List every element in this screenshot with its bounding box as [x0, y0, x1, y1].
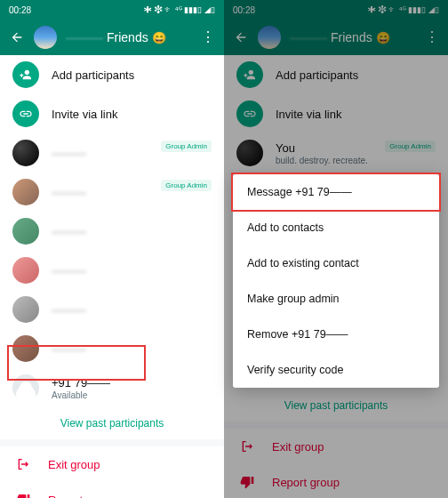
svg-point-1 [249, 70, 253, 75]
status-icons: ✱ ✽ ᯤ ⁴ᴳ ▮▮▮▯ ◢▯ [144, 5, 215, 14]
right-panel: 00:28 ✱ ✽ ᯤ ⁴ᴳ ▮▮▮▯ ◢▯ ——— Friends 😄 ⋮ A… [224, 0, 448, 498]
participant-row[interactable]: ——— [0, 290, 224, 329]
phone-status: Available [52, 390, 212, 400]
participant-context-menu: Message +91 79—— Add to contacts Add to … [233, 174, 439, 388]
exit-group-button[interactable]: Exit group [0, 446, 224, 482]
participant-row[interactable]: ——— Group Admin [0, 173, 224, 212]
more-icon[interactable]: ⋮ [425, 30, 439, 44]
status-bar: 00:28 ✱ ✽ ᯤ ⁴ᴳ ▮▮▮▯ ◢▯ [224, 0, 448, 20]
menu-make-admin[interactable]: Make group admin [233, 281, 439, 317]
invite-link-button[interactable]: Invite via link [0, 94, 224, 133]
thumbs-down-icon [14, 493, 32, 498]
participant-row[interactable]: ——— [0, 251, 224, 290]
link-icon [12, 100, 39, 127]
back-icon[interactable] [9, 29, 25, 45]
group-title[interactable]: ——— Friends 😄 [290, 30, 416, 44]
admin-badge: Group Admin [385, 141, 436, 152]
group-header: ——— Friends 😄 ⋮ [0, 20, 224, 55]
add-person-icon [236, 61, 263, 88]
back-icon[interactable] [233, 29, 249, 45]
participant-you-row[interactable]: You build. destroy. recreate. Group Admi… [224, 133, 448, 173]
left-panel: 00:28 ✱ ✽ ᯤ ⁴ᴳ ▮▮▮▯ ◢▯ ——— Friends 😄 ⋮ A… [0, 0, 224, 498]
exit-group-button[interactable]: Exit group [224, 429, 448, 464]
menu-add-contacts[interactable]: Add to contacts [233, 210, 439, 245]
status-bar: 00:28 ✱ ✽ ᯤ ⁴ᴳ ▮▮▮▯ ◢▯ [0, 0, 224, 20]
link-icon [236, 100, 263, 127]
more-icon[interactable]: ⋮ [201, 30, 215, 44]
report-group-button[interactable]: Report group [0, 482, 224, 498]
avatar [12, 296, 39, 323]
group-avatar[interactable] [34, 26, 57, 49]
group-avatar[interactable] [258, 26, 281, 49]
report-group-button[interactable]: Report group [224, 464, 448, 498]
thumbs-down-icon [238, 475, 256, 489]
add-participants-button[interactable]: Add participants [224, 55, 448, 94]
admin-badge: Group Admin [161, 141, 212, 152]
view-past-participants-link[interactable]: View past participants [224, 390, 448, 422]
highlight-annotation [7, 345, 146, 381]
divider [224, 422, 448, 429]
group-title[interactable]: ——— Friends 😄 [66, 30, 192, 44]
admin-badge: Group Admin [161, 180, 212, 191]
status-time: 00:28 [9, 5, 31, 15]
invite-link-label: Invite via link [52, 108, 117, 121]
menu-remove[interactable]: Remove +91 79—— [233, 317, 439, 352]
participant-row[interactable]: ——— Group Admin [0, 133, 224, 173]
view-past-participants-link[interactable]: View past participants [0, 407, 224, 439]
highlight-annotation: Message +91 79—— [231, 173, 441, 212]
add-person-icon [12, 61, 39, 88]
avatar [12, 257, 39, 284]
divider [0, 439, 224, 446]
exit-icon [238, 439, 256, 454]
svg-point-0 [25, 70, 29, 75]
add-participants-label: Add participants [52, 68, 134, 82]
avatar [12, 218, 39, 245]
menu-verify[interactable]: Verify security code [233, 352, 439, 388]
menu-add-existing[interactable]: Add to existing contact [233, 245, 439, 281]
menu-message[interactable]: Message +91 79—— [233, 174, 439, 210]
avatar [12, 179, 39, 205]
group-header: ——— Friends 😄 ⋮ [224, 20, 448, 55]
avatar [12, 140, 39, 166]
exit-icon [14, 457, 32, 471]
add-participants-button[interactable]: Add participants [0, 55, 224, 94]
avatar [236, 140, 263, 166]
invite-link-button[interactable]: Invite via link [224, 94, 448, 133]
participant-row[interactable]: ——— [0, 212, 224, 251]
